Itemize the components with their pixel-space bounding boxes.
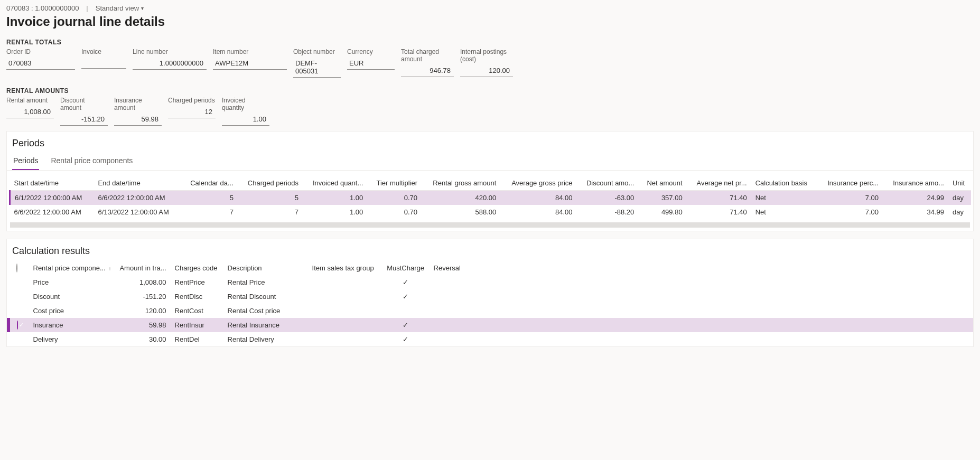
calc-grid: Rental price compone... ↑ Amount in tra.… bbox=[7, 261, 973, 346]
periods-tabs: Periods Rental price components bbox=[7, 153, 973, 171]
sort-asc-icon: ↑ bbox=[108, 266, 111, 271]
breadcrumb: 070083 : 1.0000000000 bbox=[6, 4, 79, 12]
check-icon: ✓ bbox=[403, 293, 408, 301]
table-row[interactable]: 6/6/2022 12:00:00 AM6/13/2022 12:00:00 A… bbox=[10, 205, 972, 219]
periods-panel: Periods Periods Rental price components … bbox=[6, 131, 974, 231]
select-all-circle[interactable] bbox=[16, 264, 17, 273]
periods-col[interactable]: Calendar da... bbox=[181, 176, 238, 191]
field-internal-postings: Internal postings (cost) 120.00 bbox=[460, 48, 513, 78]
col-rev[interactable]: Reversal bbox=[430, 261, 477, 275]
field-line-number: Line number 1.0000000000 bbox=[133, 48, 207, 78]
rental-amounts-fields: Rental amount 1,008.00 Discount amount -… bbox=[0, 97, 980, 131]
table-row[interactable]: Delivery30.00RentDelRental Delivery✓ bbox=[8, 332, 974, 346]
field-item-number: Item number AWPE12M bbox=[213, 48, 287, 78]
rental-amounts-label: RENTAL AMOUNTS bbox=[0, 83, 980, 97]
field-insurance-amount: Insurance amount 59.98 bbox=[114, 97, 162, 126]
table-row[interactable]: Insurance59.98RentInsurRental Insurance✓ bbox=[8, 318, 974, 332]
col-must[interactable]: MustCharge bbox=[382, 261, 430, 275]
table-row[interactable]: 6/1/2022 12:00:00 AM6/6/2022 12:00:00 AM… bbox=[10, 191, 972, 205]
row-selected-icon[interactable] bbox=[17, 321, 18, 330]
tab-periods[interactable]: Periods bbox=[12, 153, 39, 170]
field-rental-amount: Rental amount 1,008.00 bbox=[6, 97, 54, 126]
col-desc[interactable]: Description bbox=[223, 261, 308, 275]
periods-title: Periods bbox=[7, 132, 973, 153]
tab-rental-price-components[interactable]: Rental price components bbox=[50, 153, 134, 170]
calc-panel: Calculation results Rental price compone… bbox=[6, 239, 974, 347]
periods-col[interactable]: Invoiced quant... bbox=[303, 176, 367, 191]
col-amount[interactable]: Amount in tra... bbox=[115, 261, 170, 275]
calc-title: Calculation results bbox=[7, 239, 973, 261]
field-invoiced-quantity: Invoiced quantity 1.00 bbox=[222, 97, 269, 126]
rental-totals-label: RENTAL TOTALS bbox=[0, 34, 980, 48]
periods-col[interactable]: Rental gross amount bbox=[422, 176, 500, 191]
rental-totals-fields: Order ID 070083 Invoice Line number 1.00… bbox=[0, 48, 980, 83]
periods-col[interactable]: Insurance perc... bbox=[817, 176, 883, 191]
horizontal-scrollbar[interactable] bbox=[10, 222, 970, 228]
periods-col[interactable]: Charged periods bbox=[238, 176, 303, 191]
table-row[interactable]: Cost price120.00RentCostRental Cost pric… bbox=[8, 304, 974, 318]
breadcrumb-bar: 070083 : 1.0000000000 | Standard view ▾ bbox=[0, 0, 980, 14]
table-row[interactable]: Price1,008.00RentPriceRental Price✓ bbox=[8, 275, 974, 289]
col-code[interactable]: Charges code bbox=[171, 261, 223, 275]
view-selector[interactable]: Standard view ▾ bbox=[96, 4, 144, 12]
field-charged-periods: Charged periods 12 bbox=[168, 97, 216, 126]
periods-col[interactable]: Net amount bbox=[638, 176, 686, 191]
periods-grid: Start date/timeEnd date/timeCalendar da.… bbox=[9, 176, 971, 219]
periods-col[interactable]: Insurance amo... bbox=[883, 176, 948, 191]
table-row[interactable]: Discount-151.20RentDiscRental Discount✓ bbox=[8, 289, 974, 304]
periods-col[interactable]: Average net pr... bbox=[687, 176, 751, 191]
periods-col[interactable]: Average gross price bbox=[500, 176, 576, 191]
col-tax[interactable]: Item sales tax group bbox=[308, 261, 382, 275]
check-icon: ✓ bbox=[403, 335, 408, 343]
periods-col[interactable]: Discount amo... bbox=[577, 176, 639, 191]
field-total-charged: Total charged amount 946.78 bbox=[401, 48, 454, 78]
field-discount-amount: Discount amount -151.20 bbox=[60, 97, 108, 126]
separator: | bbox=[86, 4, 88, 12]
periods-col[interactable]: Start date/time bbox=[10, 176, 94, 191]
field-object-number: Object number DEMF-005031 bbox=[293, 48, 341, 78]
col-component[interactable]: Rental price compone... ↑ bbox=[29, 261, 116, 275]
check-icon: ✓ bbox=[403, 278, 408, 286]
chevron-down-icon: ▾ bbox=[141, 5, 144, 11]
periods-col[interactable]: End date/time bbox=[94, 176, 181, 191]
periods-col[interactable]: Unit bbox=[948, 176, 971, 191]
periods-col[interactable]: Tier multiplier bbox=[367, 176, 422, 191]
page-title: Invoice journal line details bbox=[0, 14, 980, 34]
periods-col[interactable]: Calculation basis bbox=[751, 176, 817, 191]
field-invoice: Invoice bbox=[81, 48, 126, 78]
view-label: Standard view bbox=[96, 4, 139, 12]
check-icon: ✓ bbox=[403, 321, 408, 329]
field-currency: Currency EUR bbox=[347, 48, 395, 78]
periods-grid-wrap: Start date/timeEnd date/timeCalendar da.… bbox=[7, 171, 973, 221]
field-order-id: Order ID 070083 bbox=[6, 48, 75, 78]
